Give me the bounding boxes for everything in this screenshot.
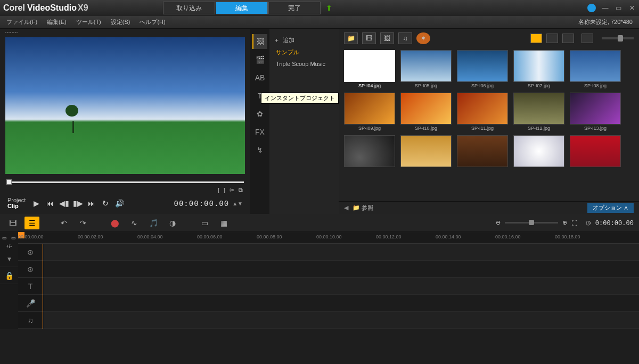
preview-window[interactable] xyxy=(5,37,245,174)
tree-item-sample[interactable]: サンプル xyxy=(269,46,339,59)
gutter-lock-icon[interactable]: 🔒 xyxy=(0,267,18,284)
ruler-toggle-1[interactable]: ▭ xyxy=(2,235,7,241)
upload-icon[interactable]: ⬆ xyxy=(326,4,332,12)
thumb-sp-i05[interactable]: SP-I05.jpg xyxy=(400,50,452,88)
audio-mixer-icon[interactable]: ∿ xyxy=(127,217,142,229)
scrub-bar[interactable] xyxy=(3,176,247,185)
graphic-tab-icon[interactable]: ✿ xyxy=(252,106,267,121)
mode-clip-label[interactable]: Clip xyxy=(7,203,26,209)
scrub-head[interactable] xyxy=(6,179,12,185)
globe-icon[interactable] xyxy=(587,4,596,12)
track-title-icon[interactable]: T xyxy=(18,278,43,295)
timeline-timecode: 0:00:00.00 xyxy=(595,219,634,227)
time-ruler[interactable]: 00:00:00.00 00:00:02.00 00:00:04.00 00:0… xyxy=(18,232,639,244)
options-button[interactable]: オプション ∧ xyxy=(587,203,634,213)
transition-tab-icon[interactable]: AB xyxy=(252,70,267,85)
thumb-sp-i08[interactable]: SP-I08.jpg xyxy=(570,50,621,88)
volume-button[interactable]: 🔊 xyxy=(113,197,126,210)
tree-item-tsm[interactable]: Triple Scoop Music xyxy=(269,59,339,69)
auto-music-icon[interactable]: 🎵 xyxy=(146,217,161,229)
timecode-stepper[interactable]: ▲▼ xyxy=(232,201,243,206)
view-list-icon[interactable] xyxy=(546,34,558,43)
mark-out-icon[interactable]: ] xyxy=(224,187,225,194)
thumb-sp-i10[interactable]: SP-I10.jpg xyxy=(400,93,452,131)
playhead-line[interactable] xyxy=(43,244,43,329)
thumb-row3-4[interactable] xyxy=(513,135,564,168)
cut-icon[interactable]: ✂ xyxy=(230,187,234,194)
close-button[interactable]: ✕ xyxy=(628,4,636,12)
overlay-track-lane[interactable] xyxy=(43,261,639,278)
fit-icon[interactable]: ⛶ xyxy=(571,220,577,226)
tab-share[interactable]: 完了 xyxy=(268,2,321,14)
instant-project-tab-icon[interactable]: 🎬 xyxy=(252,52,267,67)
thumb-row3-3[interactable] xyxy=(457,135,508,168)
scroll-left-icon[interactable]: ◀ xyxy=(344,204,348,211)
thumb-sp-i04[interactable]: SP-I04.jpg xyxy=(344,50,395,88)
menu-tools[interactable]: ツール(T) xyxy=(76,18,101,26)
multi-view-icon[interactable]: ▦ xyxy=(216,217,231,229)
minimize-button[interactable]: — xyxy=(601,4,609,12)
mark-in-icon[interactable]: [ xyxy=(218,187,219,194)
thumb-sp-i09[interactable]: SP-I09.jpg xyxy=(344,93,395,131)
go-end-button[interactable]: ⏭ xyxy=(85,197,98,210)
title-track-lane[interactable] xyxy=(43,278,639,295)
view-large-icon[interactable] xyxy=(530,34,542,43)
thumb-sp-i12[interactable]: SP-I12.jpg xyxy=(513,93,564,131)
thumb-zoom-slider[interactable] xyxy=(602,37,634,39)
thumb-sp-i06[interactable]: SP-I06.jpg xyxy=(457,50,508,88)
play-button[interactable]: ▶ xyxy=(30,197,43,210)
maximize-button[interactable]: ▭ xyxy=(615,4,622,12)
record-icon[interactable]: ⬤ xyxy=(108,217,122,229)
filter-audio-icon[interactable]: ♫ xyxy=(398,32,412,44)
browse-button[interactable]: 📁 参照 xyxy=(353,204,373,212)
tab-edit[interactable]: 編集 xyxy=(216,2,268,14)
music-track-lane[interactable] xyxy=(43,312,639,329)
tab-capture[interactable]: 取り込み xyxy=(163,2,215,14)
menu-help[interactable]: ヘルプ(H) xyxy=(140,18,165,26)
clock-icon[interactable]: ◷ xyxy=(586,219,591,226)
gutter-expand-icon[interactable]: ▾ xyxy=(0,250,18,267)
menu-edit[interactable]: 編集(E) xyxy=(47,18,67,26)
track-overlay-icon[interactable]: ⊛ xyxy=(18,261,43,278)
add-folder-button[interactable]: ＋追加 xyxy=(269,34,339,46)
panel-grip[interactable] xyxy=(3,32,247,35)
track-motion-icon[interactable]: ◑ xyxy=(165,217,180,229)
thumb-sp-i13[interactable]: SP-I13.jpg xyxy=(570,93,621,131)
repeat-button[interactable]: ↻ xyxy=(99,197,112,210)
voice-track-lane[interactable] xyxy=(43,295,639,312)
folder-icon[interactable]: 📁 xyxy=(344,32,358,44)
zoom-out-icon[interactable]: ⊖ xyxy=(496,219,501,226)
filter-photo-icon[interactable]: 🖼 xyxy=(380,32,394,44)
track-video-icon[interactable]: ⊛ xyxy=(18,244,43,261)
subtitle-icon[interactable]: ▭ xyxy=(197,217,212,229)
copy-icon[interactable]: ⧉ xyxy=(239,187,243,194)
thumb-sp-i11[interactable]: SP-I11.jpg xyxy=(457,93,508,131)
filter-tab-icon[interactable]: FX xyxy=(252,125,267,139)
path-tab-icon[interactable]: ↯ xyxy=(252,143,267,158)
prev-frame-button[interactable]: ◀▮ xyxy=(58,197,70,210)
undo-icon[interactable]: ↶ xyxy=(56,217,71,229)
thumb-row3-5[interactable] xyxy=(570,135,621,168)
video-track-lane[interactable] xyxy=(43,244,639,261)
filter-video-icon[interactable]: 🎞 xyxy=(362,32,376,44)
track-music-icon[interactable]: ♫ xyxy=(18,312,43,329)
sort-icon[interactable] xyxy=(581,34,593,43)
thumb-row3-2[interactable] xyxy=(400,135,452,168)
view-grid-icon[interactable] xyxy=(562,34,574,43)
thumb-sp-i07[interactable]: SP-I07.jpg xyxy=(513,50,564,88)
next-frame-button[interactable]: ▮▶ xyxy=(71,197,84,210)
menu-file[interactable]: ファイル(F) xyxy=(6,18,37,26)
thumb-row3-1[interactable] xyxy=(344,135,395,168)
menu-settings[interactable]: 設定(S) xyxy=(111,18,130,26)
zoom-in-icon[interactable]: ⊕ xyxy=(562,219,567,226)
media-tab-icon[interactable]: 🖼 xyxy=(252,34,267,49)
storyboard-view-icon[interactable]: 🎞 xyxy=(5,217,20,229)
track-voice-icon[interactable]: 🎤 xyxy=(18,295,43,312)
add-track-icon[interactable]: +/- xyxy=(0,244,18,250)
go-start-button[interactable]: ⏮ xyxy=(44,197,56,210)
timeline-view-icon[interactable]: ☰ xyxy=(24,217,39,229)
zoom-slider[interactable] xyxy=(505,222,558,224)
ruler-toggle-2[interactable]: ▭ xyxy=(11,235,16,241)
redo-icon[interactable]: ↷ xyxy=(76,217,91,229)
store-icon[interactable]: ✶ xyxy=(416,32,430,44)
